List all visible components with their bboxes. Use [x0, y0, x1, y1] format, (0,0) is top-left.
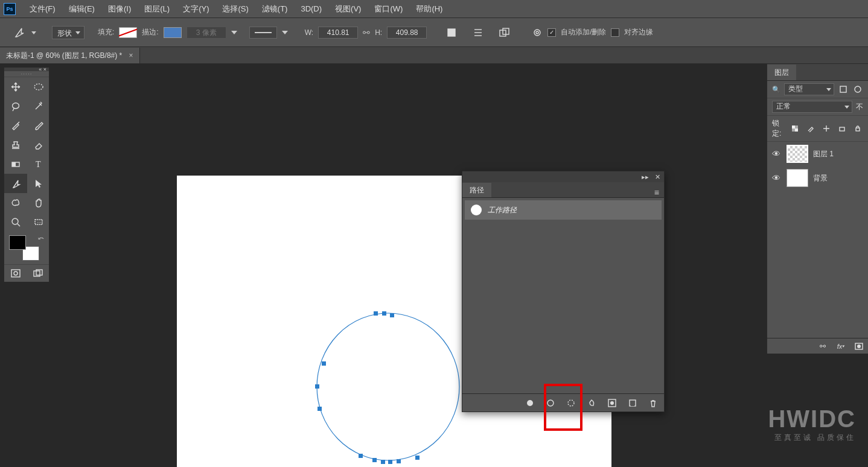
- paths-panel: ▸▸ ✕ 路径 ≡ 工作路径: [462, 171, 665, 412]
- lock-pixels-icon[interactable]: [805, 123, 816, 134]
- width-label: W:: [305, 28, 313, 37]
- width-input[interactable]: [318, 27, 358, 39]
- paths-tab[interactable]: 路径: [462, 183, 491, 197]
- menu-view[interactable]: 视图(V): [328, 0, 368, 18]
- svg-line-14: [18, 224, 20, 226]
- panel-menu-icon[interactable]: ≡: [649, 188, 664, 197]
- menu-filter[interactable]: 滤镜(T): [255, 0, 295, 18]
- stroke-width-input[interactable]: [187, 27, 226, 39]
- quick-mask-icon[interactable]: [4, 265, 27, 282]
- layer-fx-icon[interactable]: fx▾: [835, 341, 846, 352]
- svg-rect-29: [372, 458, 377, 462]
- path-name: 工作路径: [488, 205, 517, 215]
- path-alignment-icon[interactable]: [473, 27, 483, 38]
- stamp-tool-icon[interactable]: [4, 135, 27, 154]
- filter-pixel-icon[interactable]: [838, 84, 849, 95]
- layers-tab[interactable]: 图层: [767, 65, 796, 80]
- fill-path-icon[interactable]: [525, 398, 535, 408]
- menu-layer[interactable]: 图层(L): [138, 0, 176, 18]
- lock-artboard-icon[interactable]: [837, 123, 847, 134]
- selection-to-path-icon[interactable]: [587, 398, 596, 408]
- panel-collapse-icon[interactable]: ▸▸: [642, 173, 649, 181]
- visibility-eye-icon[interactable]: 👁: [772, 149, 782, 159]
- svg-rect-30: [381, 460, 385, 464]
- layer-thumbnail[interactable]: [787, 145, 808, 163]
- add-mask-icon[interactable]: [607, 398, 617, 408]
- lasso-tool-icon[interactable]: [4, 97, 27, 116]
- foreground-color-swatch[interactable]: [9, 235, 26, 250]
- menu-type[interactable]: 文字(Y): [176, 0, 215, 18]
- auto-add-delete-checkbox[interactable]: ✓: [547, 28, 556, 37]
- lock-position-icon[interactable]: [821, 123, 832, 134]
- eyedropper-tool-icon[interactable]: [4, 116, 27, 135]
- menu-select[interactable]: 选择(S): [215, 0, 255, 18]
- layer-thumbnail[interactable]: [787, 169, 808, 187]
- context-tool-icon[interactable]: ⋯: [27, 212, 50, 232]
- menu-edit[interactable]: 编辑(E): [62, 0, 101, 18]
- filter-adjust-icon[interactable]: [852, 84, 863, 95]
- type-tool-icon[interactable]: T: [27, 154, 50, 174]
- panel-close-icon[interactable]: ✕: [655, 173, 660, 181]
- document-tab[interactable]: 未标题-1 @ 60% (图层 1, RGB/8#) * ×: [0, 48, 140, 63]
- gear-icon[interactable]: [532, 27, 543, 38]
- svg-point-18: [14, 272, 18, 275]
- tool-mode-dropdown[interactable]: 形状: [52, 26, 85, 39]
- align-edges-checkbox[interactable]: [611, 28, 619, 37]
- stroke-style-arrow-icon[interactable]: [282, 30, 288, 36]
- link-wh-icon[interactable]: ⚯: [363, 28, 370, 37]
- layers-panel: 图层 🔍 类型 正常 不 锁定: 👁 图层 1: [767, 64, 868, 354]
- marquee-tool-icon[interactable]: [27, 77, 50, 97]
- path-row[interactable]: 工作路径: [465, 200, 662, 220]
- lock-all-icon[interactable]: [852, 123, 863, 134]
- height-input[interactable]: [387, 27, 427, 39]
- path-arrangement-icon[interactable]: [499, 27, 510, 38]
- zoom-tool-icon[interactable]: [4, 212, 27, 232]
- menu-image[interactable]: 图像(I): [101, 0, 138, 18]
- lock-transparency-icon[interactable]: [790, 123, 800, 134]
- tool-dropdown-arrow-icon[interactable]: [31, 30, 36, 35]
- link-layers-icon[interactable]: ⚯: [817, 341, 828, 352]
- magic-wand-tool-icon[interactable]: [27, 97, 50, 116]
- options-bar: 形状 填充: 描边: W: ⚯ H: ✓ 自动添加/删除 对齐边缘: [0, 18, 868, 47]
- visibility-eye-icon[interactable]: 👁: [772, 173, 782, 183]
- layer-row[interactable]: 👁 背景: [767, 166, 868, 190]
- stroke-style-dropdown[interactable]: [249, 27, 277, 39]
- eraser-tool-icon[interactable]: [27, 135, 50, 154]
- delete-path-icon[interactable]: [648, 398, 658, 408]
- layer-type-filter-dropdown[interactable]: 类型: [784, 83, 834, 95]
- watermark: HWIDC 至真至诚 品质保住: [768, 405, 856, 443]
- menu-3d[interactable]: 3D(D): [294, 0, 328, 18]
- swap-colors-icon[interactable]: ⤺: [38, 234, 44, 243]
- layer-mask-icon[interactable]: [854, 341, 864, 352]
- new-path-icon[interactable]: [628, 398, 637, 408]
- svg-rect-27: [318, 407, 322, 411]
- menu-file[interactable]: 文件(F): [23, 0, 62, 18]
- svg-point-13: [12, 218, 18, 224]
- current-tool-icon[interactable]: [13, 26, 27, 39]
- fill-swatch[interactable]: [119, 27, 137, 38]
- svg-rect-23: [382, 311, 386, 316]
- brush-tool-icon[interactable]: [27, 116, 50, 135]
- svg-point-9: [34, 84, 43, 90]
- screen-mode-icon[interactable]: [27, 265, 49, 282]
- path-thumbnail: [471, 205, 482, 215]
- menu-window[interactable]: 窗口(W): [368, 0, 409, 18]
- hand-tool-icon[interactable]: [27, 193, 50, 212]
- blend-mode-dropdown[interactable]: 正常: [772, 101, 852, 113]
- svg-rect-24: [390, 313, 394, 317]
- pen-tool-icon[interactable]: [4, 174, 27, 193]
- layer-row[interactable]: 👁 图层 1: [767, 142, 868, 166]
- move-tool-icon[interactable]: [4, 77, 27, 97]
- gradient-tool-icon[interactable]: [4, 154, 27, 174]
- workspace: « × T ⋯ ⤺: [0, 64, 868, 467]
- document-tab-close-icon[interactable]: ×: [129, 51, 133, 60]
- path-selection-tool-icon[interactable]: [27, 174, 50, 193]
- align-edges-label: 对齐边缘: [624, 27, 653, 37]
- path-operations-icon[interactable]: [446, 27, 457, 38]
- menu-help[interactable]: 帮助(H): [409, 0, 449, 18]
- document-tab-title: 未标题-1 @ 60% (图层 1, RGB/8#) *: [6, 51, 122, 60]
- stroke-swatch[interactable]: [164, 27, 182, 38]
- svg-rect-46: [840, 127, 844, 131]
- stroke-width-dropdown-icon[interactable]: [231, 30, 237, 36]
- shape-tool-icon[interactable]: [4, 193, 27, 212]
